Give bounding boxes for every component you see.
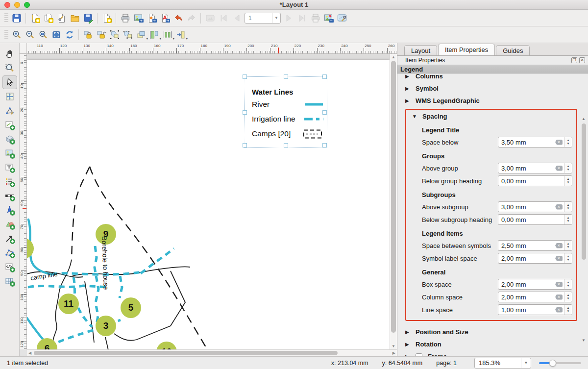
spin-up-icon[interactable]: ▲ — [567, 242, 570, 246]
add-map-button[interactable] — [2, 118, 17, 132]
selection-handle[interactable] — [322, 110, 327, 115]
selection-handle[interactable] — [284, 74, 288, 79]
atlas-page-combo[interactable]: 1▼ — [245, 13, 281, 24]
spin-down-icon[interactable]: ▼ — [567, 181, 570, 184]
spinner-buttons[interactable]: ▲▼ — [564, 305, 572, 315]
section-wms-legendgraphic[interactable]: ▶WMS LegendGraphic — [405, 95, 577, 107]
refresh-view-button[interactable] — [63, 28, 76, 41]
add-items-from-template-button[interactable] — [68, 11, 81, 25]
clear-value-icon[interactable]: × — [555, 140, 563, 145]
close-panel-icon[interactable]: ✕ — [579, 57, 585, 63]
spin-down-icon[interactable]: ▼ — [567, 246, 570, 249]
add-picture-button[interactable] — [2, 147, 17, 160]
chevron-right-icon[interactable]: ▶ — [405, 98, 410, 103]
below-subgroup-heading-input[interactable]: 0,00 mm▲▼ — [498, 214, 572, 225]
chevron-down-icon[interactable]: ▼ — [272, 13, 280, 23]
chevron-down-icon[interactable]: ▼ — [521, 358, 531, 368]
clear-value-icon[interactable]: × — [555, 243, 563, 248]
section-rotation[interactable]: ▶Rotation — [405, 338, 577, 350]
save-project-button[interactable] — [10, 11, 23, 25]
layout-canvas[interactable]: 91153610camp lineBorehole to house Water… — [27, 54, 390, 349]
tab-item-properties[interactable]: Item Properties — [438, 44, 495, 55]
spin-down-icon[interactable]: ▼ — [567, 310, 570, 313]
legend-item[interactable]: Water Lines RiverIrrigation lineCamps [2… — [245, 77, 327, 148]
spin-up-icon[interactable]: ▲ — [567, 216, 570, 220]
select-move-item-button[interactable] — [2, 75, 17, 89]
spin-down-icon[interactable]: ▼ — [567, 168, 570, 172]
zoom-out-button[interactable] — [23, 28, 36, 41]
canvas-vertical-scrollbar[interactable]: ▲ ▼ — [390, 54, 397, 349]
spin-down-icon[interactable]: ▼ — [567, 258, 570, 262]
float-panel-icon[interactable]: ❐ — [571, 57, 577, 63]
add-shape-button[interactable] — [2, 218, 17, 231]
panel-scrollbar[interactable]: ▲ ▼ — [581, 117, 587, 343]
selection-handle[interactable] — [322, 143, 327, 148]
scroll-up-icon[interactable]: ▲ — [392, 55, 395, 59]
zoom-slider[interactable] — [539, 360, 581, 367]
zoom-level-combo[interactable]: 185.3% ▼ — [474, 358, 531, 369]
raise-items-button[interactable]: ▾ — [134, 28, 147, 41]
unlock-items-button[interactable] — [95, 28, 108, 41]
spin-up-icon[interactable]: ▲ — [567, 281, 570, 284]
space-below-input[interactable]: 3,50 mm×▲▼ — [498, 137, 572, 148]
spin-down-icon[interactable]: ▼ — [567, 207, 570, 210]
panel-scroll-down-icon[interactable]: ▼ — [582, 338, 586, 343]
tab-guides[interactable]: Guides — [496, 45, 530, 55]
chevron-right-icon[interactable]: ▶ — [405, 86, 410, 91]
spinner-buttons[interactable]: ▲▼ — [564, 279, 572, 289]
spin-up-icon[interactable]: ▲ — [567, 165, 570, 168]
space-between-symbols-input[interactable]: 2,50 mm×▲▼ — [498, 240, 572, 251]
layout-manager-button[interactable] — [55, 11, 68, 25]
selection-handle[interactable] — [243, 74, 247, 79]
scroll-left-icon[interactable]: ◀ — [28, 351, 31, 355]
new-layout-button[interactable] — [28, 11, 42, 25]
pan-tool-button[interactable] — [2, 47, 17, 61]
clear-value-icon[interactable]: × — [555, 282, 563, 287]
scroll-right-icon[interactable]: ▶ — [392, 351, 395, 355]
add-label-button[interactable] — [2, 161, 17, 174]
section-spacing[interactable]: ▼Spacing — [412, 110, 572, 123]
zoom-tool-button[interactable] — [2, 61, 17, 75]
zoom-actual-button[interactable] — [36, 28, 49, 41]
chevron-down-icon[interactable]: ▼ — [412, 114, 417, 119]
add-node-item-button[interactable] — [2, 246, 17, 260]
zoom-slider-handle[interactable] — [549, 360, 556, 367]
section-frame[interactable]: ▶Frame — [405, 350, 577, 356]
spin-down-icon[interactable]: ▼ — [567, 297, 570, 300]
symbol-label-space-input[interactable]: 2,00 mm×▲▼ — [498, 253, 572, 264]
zoom-in-button[interactable] — [10, 28, 23, 41]
below-group-heading-input[interactable]: 0,00 mm▲▼ — [498, 175, 572, 186]
edit-nodes-item-button[interactable] — [2, 104, 17, 118]
selection-handle[interactable] — [243, 110, 247, 115]
atlas-settings-button[interactable] — [335, 11, 348, 25]
add-html-button[interactable] — [2, 260, 17, 274]
spinner-buttons[interactable]: ▲▼ — [564, 215, 572, 224]
duplicate-layout-button[interactable] — [42, 11, 55, 25]
export-as-pdf-button[interactable] — [158, 11, 172, 25]
spin-up-icon[interactable]: ▲ — [567, 306, 570, 310]
above-group-input[interactable]: 3,00 mm×▲▼ — [498, 163, 572, 173]
print-layout-button[interactable] — [119, 11, 132, 25]
section-symbol[interactable]: ▶Symbol — [405, 82, 577, 95]
spin-down-icon[interactable]: ▼ — [567, 142, 570, 146]
clear-value-icon[interactable]: × — [555, 166, 563, 171]
above-subgroup-input[interactable]: 3,00 mm×▲▼ — [498, 201, 572, 212]
export-atlas-button[interactable] — [322, 11, 335, 25]
resize-items-button[interactable]: ▾ — [174, 28, 187, 41]
section-columns[interactable]: ▶Columns — [405, 74, 577, 82]
export-as-image-button[interactable] — [132, 11, 145, 25]
spinner-buttons[interactable]: ▲▼ — [564, 292, 572, 302]
section-position-and-size[interactable]: ▶Position and Size — [405, 326, 577, 338]
line-space-input[interactable]: 1,00 mm×▲▼ — [498, 304, 572, 315]
spinner-buttons[interactable]: ▲▼ — [564, 241, 572, 250]
panel-scroll-up-icon[interactable]: ▲ — [582, 117, 586, 121]
undo-button[interactable] — [172, 11, 185, 25]
scroll-down-icon[interactable]: ▼ — [392, 344, 395, 348]
selection-handle[interactable] — [284, 143, 288, 148]
spin-up-icon[interactable]: ▲ — [567, 203, 570, 207]
spinner-buttons[interactable]: ▲▼ — [564, 202, 572, 212]
save-as-template-button[interactable] — [81, 11, 95, 25]
spinner-buttons[interactable]: ▲▼ — [564, 163, 572, 173]
spin-up-icon[interactable]: ▲ — [567, 255, 570, 258]
add-3d-map-button[interactable] — [2, 132, 17, 146]
